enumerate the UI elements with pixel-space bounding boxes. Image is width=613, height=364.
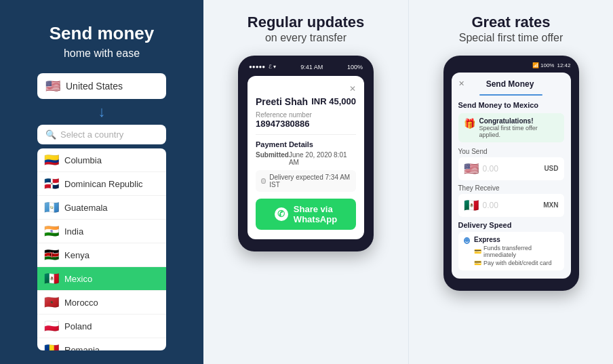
express-detail-1: 💳 Funds transferred immediately: [474, 245, 558, 258]
phone-time-2: 12:42: [557, 62, 570, 68]
country-name: Morocco: [64, 298, 98, 308]
recipient-name: Preeti Shah: [256, 96, 308, 107]
country-name: Kenya: [64, 250, 90, 260]
they-receive-row[interactable]: 🇲🇽 0.00 MXN: [458, 194, 564, 217]
selected-country-label: United States: [66, 81, 123, 92]
colombia-flag-icon: 🇨🇴: [44, 153, 59, 167]
phone-battery: 100%: [347, 64, 363, 70]
you-send-row[interactable]: 🇺🇸 0.00 USD: [458, 157, 564, 180]
submitted-value: June 20, 2020 8:01 AM: [289, 151, 356, 166]
country-search[interactable]: 🔍 Select a country: [37, 125, 166, 144]
list-item[interactable]: 🇵🇱 Poland: [37, 315, 166, 338]
you-send-amount: 0.00: [483, 164, 540, 174]
ref-number: 18947380886: [256, 119, 356, 129]
title-underline: [479, 94, 543, 96]
poland-flag-icon: 🇵🇱: [44, 319, 59, 333]
recipient-row: Preeti Shah INR 45,000: [256, 96, 356, 107]
mexico-flag-icon: 🇲🇽: [44, 271, 59, 286]
country-name: Dominican Republic: [64, 179, 143, 189]
they-receive-label: They Receive: [458, 184, 564, 192]
panel3-title: Great rates Special first time offer: [459, 14, 563, 45]
list-item[interactable]: 🇲🇦 Morocco: [37, 291, 166, 315]
delivery-text: Delivery expected 7:34 AM IST: [269, 174, 351, 188]
ref-label: Reference number: [256, 111, 356, 119]
guatemala-flag-icon: 🇬🇹: [44, 200, 59, 215]
payment-details-title: Payment Details: [256, 140, 356, 148]
radio-selected-icon: [464, 237, 471, 244]
kenya-flag-icon: 🇰🇪: [44, 247, 59, 262]
submitted-label: Submitted: [256, 151, 289, 166]
you-send-currency: USD: [544, 165, 558, 172]
they-receive-currency: MXN: [543, 201, 558, 209]
panel-regular-updates: Regular updates on every transfer ●●●●● …: [203, 0, 408, 364]
funds-icon: 💳: [474, 248, 481, 255]
us-flag-send-icon: 🇺🇸: [464, 161, 479, 176]
country-list: 🇨🇴 Columbia 🇩🇴 Dominican Republic 🇬🇹 Gua…: [37, 148, 166, 350]
us-flag-icon: 🇺🇸: [45, 79, 60, 94]
country-name: Romania: [64, 345, 100, 350]
phone-status-bar-2: 📶 100% 12:42: [452, 62, 571, 68]
romania-flag-icon: 🇷🇴: [44, 342, 59, 350]
search-placeholder: Select a country: [60, 129, 123, 140]
congrats-title: Congratulations!: [479, 117, 559, 125]
card-icon: 💳: [474, 260, 481, 266]
close-icon[interactable]: ✕: [256, 84, 356, 94]
list-item-mexico[interactable]: 🇲🇽 Mexico: [37, 267, 166, 291]
phone-content-rates: ✕ Send Money Send Money to Mexico 🎁 Cong…: [452, 73, 571, 279]
signal-dots: ●●●●● ℰ ▾: [249, 64, 276, 70]
you-send-label: You Send: [458, 148, 564, 155]
list-item[interactable]: 🇩🇴 Dominican Republic: [37, 172, 166, 196]
list-item[interactable]: 🇷🇴 Romania: [37, 338, 166, 350]
country-select[interactable]: 🇺🇸 United States: [37, 73, 166, 99]
country-name: Poland: [64, 321, 92, 331]
whatsapp-share-button[interactable]: ✆ Share viaWhatsApp: [256, 199, 356, 230]
list-item[interactable]: 🇨🇴 Columbia: [37, 148, 166, 172]
radio-inner-icon: [465, 239, 469, 242]
congrats-subtitle: Special first time offer applied.: [479, 125, 538, 138]
delivery-status-icon: [261, 178, 266, 184]
express-title: Express: [474, 236, 558, 243]
dominican-flag-icon: 🇩🇴: [44, 176, 59, 191]
express-detail-text-2: Pay with debit/credit card: [483, 260, 552, 266]
phone-time: 9:41 AM: [300, 64, 323, 70]
country-name: Mexico: [64, 274, 92, 284]
country-name: Columbia: [64, 155, 102, 165]
list-item[interactable]: 🇬🇹 Guatemala: [37, 196, 166, 220]
delivery-speed-title: Delivery Speed: [458, 221, 564, 229]
express-info: Express 💳 Funds transferred immediately …: [474, 236, 558, 266]
phone-status-bar: ●●●●● ℰ ▾ 9:41 AM 100%: [248, 64, 364, 70]
gift-icon: 🎁: [464, 118, 475, 129]
send-money-header: ✕ Send Money: [458, 79, 564, 89]
list-item[interactable]: 🇮🇳 India: [37, 220, 166, 243]
morocco-flag-icon: 🇲🇦: [44, 295, 59, 310]
detail-row-submitted: Submitted June 20, 2020 8:01 AM: [256, 151, 356, 166]
divider: [256, 134, 356, 135]
transfer-amount: INR 45,000: [311, 96, 356, 106]
country-name: Guatemala: [64, 203, 108, 213]
panel-great-rates: Great rates Special first time offer 📶 1…: [408, 0, 613, 364]
send-money-title: Send Money: [486, 79, 534, 89]
express-detail-text-1: Funds transferred immediately: [483, 245, 558, 258]
whatsapp-label: Share viaWhatsApp: [294, 204, 337, 224]
they-receive-amount: 0.00: [483, 201, 540, 210]
express-detail-2: 💳 Pay with debit/credit card: [474, 260, 558, 266]
congrats-text: Congratulations! Special first time offe…: [479, 117, 559, 138]
phone-mockup-rates: 📶 100% 12:42 ✕ Send Money Send Money to …: [443, 56, 579, 291]
express-box[interactable]: Express 💳 Funds transferred immediately …: [458, 232, 564, 270]
close-icon-2[interactable]: ✕: [458, 79, 464, 88]
phone-mockup-updates: ●●●●● ℰ ▾ 9:41 AM 100% ✕ Preeti Shah INR…: [238, 56, 374, 251]
country-name: India: [64, 226, 83, 237]
panel-send-money: Send money home with ease 🇺🇸 United Stat…: [0, 0, 203, 364]
list-item[interactable]: 🇰🇪 Kenya: [37, 243, 166, 267]
congrats-box: 🎁 Congratulations! Special first time of…: [458, 113, 564, 142]
battery-icon: 📶 100%: [532, 62, 555, 68]
mexico-flag-receive-icon: 🇲🇽: [464, 198, 479, 213]
delivery-row: Delivery expected 7:34 AM IST: [256, 170, 356, 192]
search-icon: 🔍: [45, 129, 56, 140]
panel2-title: Regular updates on every transfer: [248, 14, 364, 45]
india-flag-icon: 🇮🇳: [44, 224, 59, 239]
panel1-title: Send money home with ease: [50, 20, 155, 60]
phone-content-updates: ✕ Preeti Shah INR 45,000 Reference numbe…: [248, 76, 364, 239]
whatsapp-icon: ✆: [275, 207, 288, 221]
arrow-down-icon: ↓: [98, 103, 106, 121]
